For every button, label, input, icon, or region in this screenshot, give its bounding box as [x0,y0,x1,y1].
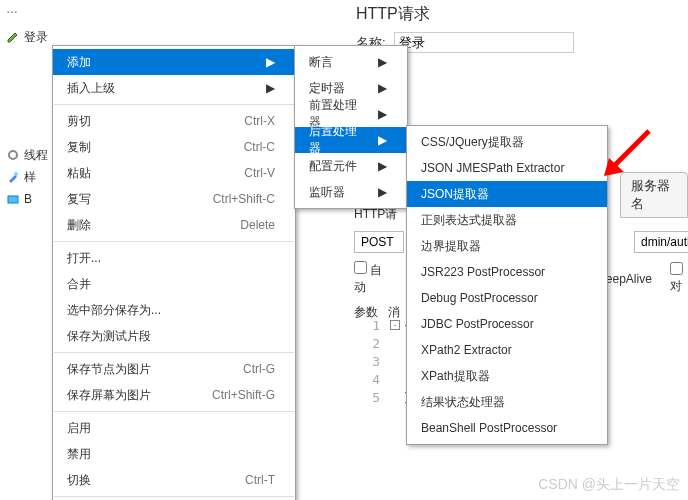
line-number: 4 [360,372,380,387]
menu-insert-parent[interactable]: 插入上级▶ [53,75,295,101]
svg-point-1 [14,172,18,176]
pencil-icon [6,30,20,44]
context-menu: 添加▶ 插入上级▶ 剪切Ctrl-X 复制Ctrl-C 粘贴Ctrl-V 复写C… [52,45,296,500]
tree-label: B [24,192,32,206]
folder-icon [6,192,20,206]
chevron-right-icon: ▶ [378,81,387,95]
watermark: CSDN @头上一片天空 [538,476,680,494]
item-beanshell-postprocessor[interactable]: BeanShell PostProcessor [407,415,607,441]
svg-point-0 [9,151,17,159]
http-path-input[interactable] [634,231,688,253]
chevron-right-icon: ▶ [378,133,387,147]
line-number: 1 [360,318,380,333]
menu-copy[interactable]: 复制Ctrl-C [53,134,295,160]
http-method-input[interactable] [354,231,404,253]
line-number: 3 [360,354,380,369]
menu-save-as-test-fragment[interactable]: 保存为测试片段 [53,323,295,349]
menu-paste[interactable]: 粘贴Ctrl-V [53,160,295,186]
item-jsr223-postprocessor[interactable]: JSR223 PostProcessor [407,259,607,285]
item-boundary-extractor[interactable]: 边界提取器 [407,233,607,259]
keepalive-checkbox[interactable]: eepAlive [606,272,652,286]
submenu-post-processors-list: CSS/JQuery提取器 JSON JMESPath Extractor JS… [406,125,608,445]
menu-disable[interactable]: 禁用 [53,441,295,467]
line-number: 2 [360,336,380,351]
annotation-arrow-icon [594,126,654,180]
auto-redirect-checkbox[interactable]: 自动 [354,261,391,296]
submenu-post-processors[interactable]: 后置处理器▶ [295,127,407,153]
menu-separator [54,352,294,353]
submenu-assertions[interactable]: 断言▶ [295,49,407,75]
name-input[interactable] [394,32,574,53]
item-jdbc-postprocessor[interactable]: JDBC PostProcessor [407,311,607,337]
dropper-icon [6,170,20,184]
item-regex-extractor[interactable]: 正则表达式提取器 [407,207,607,233]
chevron-right-icon: ▶ [266,55,275,69]
item-json-extractor[interactable]: JSON提取器 [407,181,607,207]
tree-label: 登录 [24,29,48,46]
menu-separator [54,411,294,412]
chevron-right-icon: ▶ [266,81,275,95]
item-xpath2-extractor[interactable]: XPath2 Extractor [407,337,607,363]
line-number: 5 [360,390,380,405]
tree-label: 样 [24,169,36,186]
svg-rect-2 [8,196,18,203]
menu-add[interactable]: 添加▶ [53,49,295,75]
submenu-config-element[interactable]: 配置元件▶ [295,153,407,179]
fold-icon[interactable]: - [390,320,400,330]
item-json-jmespath-extractor[interactable]: JSON JMESPath Extractor [407,155,607,181]
menu-cut[interactable]: 剪切Ctrl-X [53,108,295,134]
chevron-right-icon: ▶ [378,185,387,199]
menu-separator [54,241,294,242]
menu-merge[interactable]: 合并 [53,271,295,297]
submenu-listener[interactable]: 监听器▶ [295,179,407,205]
menu-save-selection-as[interactable]: 选中部分保存为... [53,297,295,323]
menu-save-screen-as-image[interactable]: 保存屏幕为图片Ctrl+Shift-G [53,382,295,408]
item-result-status-handler[interactable]: 结果状态处理器 [407,389,607,415]
multipart-checkbox[interactable]: 对 [670,262,688,295]
menu-separator [54,496,294,497]
menu-toggle[interactable]: 切换Ctrl-T [53,467,295,493]
chevron-right-icon: ▶ [378,55,387,69]
gear-icon [6,148,20,162]
menu-enable[interactable]: 启用 [53,415,295,441]
chevron-right-icon: ▶ [378,159,387,173]
menu-delete[interactable]: 删除Delete [53,212,295,238]
menu-save-node-as-image[interactable]: 保存节点为图片Ctrl-G [53,356,295,382]
menu-open[interactable]: 打开... [53,245,295,271]
chevron-right-icon: ▶ [378,107,387,121]
panel-title: HTTP请求 [348,0,688,28]
item-debug-postprocessor[interactable]: Debug PostProcessor [407,285,607,311]
menu-separator [54,104,294,105]
tree-label: 线程 [24,147,48,164]
item-css-jquery-extractor[interactable]: CSS/JQuery提取器 [407,129,607,155]
menu-duplicate[interactable]: 复写Ctrl+Shift-C [53,186,295,212]
submenu-add: 断言▶ 定时器▶ 前置处理器▶ 后置处理器▶ 配置元件▶ 监听器▶ [294,45,408,209]
item-xpath-extractor[interactable]: XPath提取器 [407,363,607,389]
